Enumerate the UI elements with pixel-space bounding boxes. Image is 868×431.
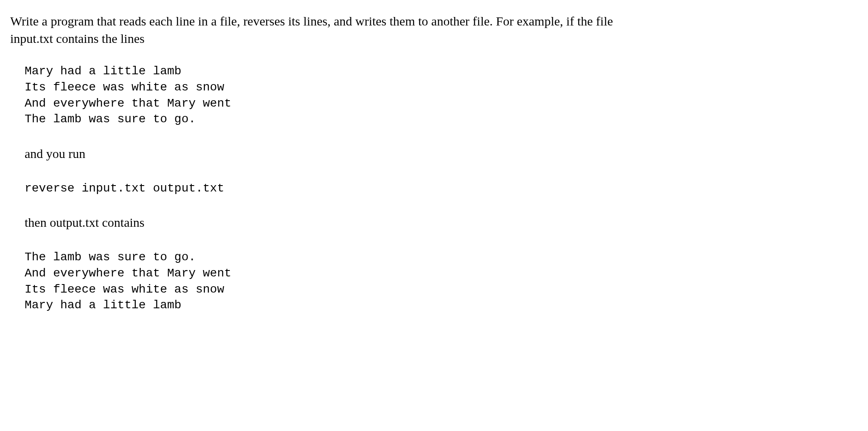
output-file-content: The lamb was sure to go. And everywhere … — [25, 249, 858, 313]
input-file-content: Mary had a little lamb Its fleece was wh… — [25, 63, 858, 127]
command-line: reverse input.txt output.txt — [25, 180, 858, 197]
problem-intro: Write a program that reads each line in … — [10, 13, 655, 47]
output-label: then output.txt contains — [25, 214, 858, 231]
run-label: and you run — [25, 145, 858, 163]
